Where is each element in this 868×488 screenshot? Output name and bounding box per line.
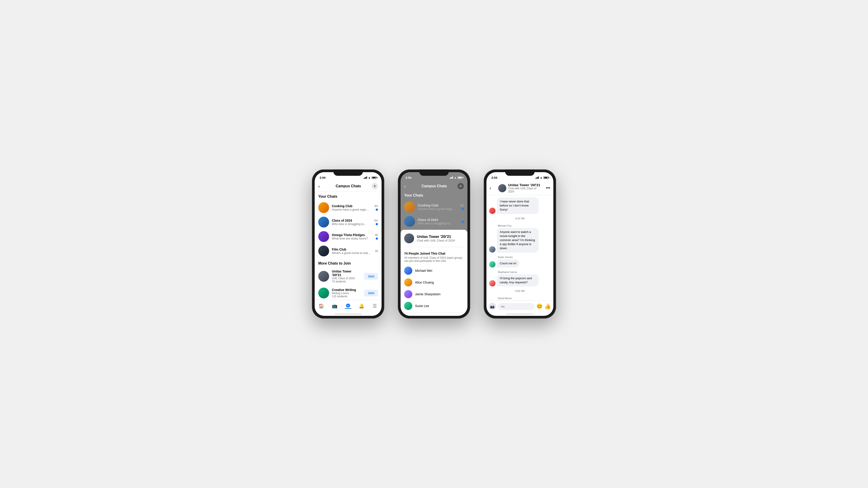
phone-3-screen: 2:04 ▲ ‹ Unitas Tower '20/'21 Chat — [487, 172, 553, 316]
avatar-susie — [404, 302, 412, 310]
msg-bubble-mchu: Anyone want to watch a movie tonight in … — [497, 228, 539, 253]
blurred-chat-class2024: Class of 2024 Who also is struggling to.… — [401, 214, 467, 229]
wifi-icon-2: ▲ — [454, 176, 457, 179]
status-time-2: 2:04 — [405, 176, 411, 180]
join-item-creative[interactable]: Creative Writing Writing Lovers 115 stud… — [315, 285, 381, 300]
chat-name-cooking-2: Cooking Club — [418, 203, 457, 207]
chat-item-class2024[interactable]: Class of 2024 Who else is struggling to.… — [315, 215, 381, 229]
avatar-alice — [404, 278, 412, 287]
msg-row-1: I have never done that before so I don't… — [489, 197, 551, 214]
members-count: 74 People Joined This Chat — [404, 250, 464, 256]
avatar-film — [318, 246, 329, 256]
status-icons-3: ▲ — [535, 176, 548, 179]
chat-info-film: Film Club What's a good movie to wat... — [332, 248, 372, 255]
more-options-button[interactable]: ••• — [544, 186, 550, 191]
join-btn-creative[interactable]: Join — [364, 290, 378, 296]
chat-meta-cooking-2: 3m — [460, 204, 464, 210]
phone-1-screen: 2:04 ▲ ‹ Campus Chats + — [315, 172, 381, 316]
back-button-2[interactable]: ‹ — [404, 184, 411, 189]
chat-preview-cooking-2: Anyone have a good vege... — [418, 207, 457, 210]
avatar-class2024 — [318, 217, 329, 228]
time-divider-1: 8:15 PM — [489, 215, 551, 222]
time-divider-2: 6:05 PM — [489, 288, 551, 294]
nav-messenger[interactable] — [344, 302, 352, 310]
msg-avatar-dylan — [489, 261, 495, 267]
notch-1 — [333, 169, 363, 176]
more-chats-header: More Chats to Join — [315, 258, 381, 267]
status-icons-2: ▲ — [450, 176, 463, 179]
unread-dot-class2024 — [376, 223, 378, 225]
phone-1: 2:04 ▲ ‹ Campus Chats + — [312, 169, 384, 319]
chat-preview-cooking: Anyone have a good vege... — [332, 208, 371, 211]
avatar-class2024-2 — [404, 216, 415, 227]
avatar-unitas — [318, 271, 329, 282]
member-name-susie: Susie Lee — [415, 304, 429, 308]
nav-bar-2: ‹ Campus Chats + — [401, 181, 467, 191]
chat-header-info: Unitas Tower '20/'21 Chat with UofL Clas… — [508, 183, 541, 193]
your-chats-header-2: Your Chats — [401, 191, 467, 200]
chat-name-omega: Omega Theta Pledges — [332, 233, 372, 237]
nav-bar-1: ‹ Campus Chats + — [315, 181, 381, 191]
signal-icon-1 — [364, 176, 367, 179]
status-time-1: 2:04 — [320, 176, 326, 180]
chat-meta-class2024-2 — [462, 220, 464, 223]
nav-notifications[interactable]: 🔔 — [357, 302, 366, 310]
add-button-1[interactable]: + — [372, 183, 378, 189]
chat-meta-omega: 4h — [375, 233, 378, 240]
message-input[interactable]: Aa — [498, 303, 535, 310]
bell-icon: 🔔 — [404, 315, 411, 316]
nav-watch[interactable]: 📺 — [330, 302, 339, 310]
add-button-2[interactable]: + — [458, 183, 464, 189]
msg-sender-mchu: Michael Chu — [498, 224, 551, 227]
chat-name-class2024: Class of 2024 — [332, 219, 371, 222]
chat-meta-cooking: 3m — [374, 204, 378, 211]
join-name-creative: Creative Writing — [332, 288, 362, 292]
phone-2-screen: 2:04 ▲ ‹ Campus Chats — [401, 172, 467, 316]
join-item-unitas[interactable]: Unitas Tower '20/'21 UofL Class of 2024 … — [315, 267, 381, 285]
push-notif-title: Push Notifications — [414, 315, 441, 316]
member-susie: Susie Lee — [404, 300, 464, 312]
chat-name-cooking: Cooking Club — [332, 204, 371, 208]
back-button-1[interactable]: ‹ — [318, 184, 325, 189]
member-name-michael: Michael Wei — [415, 269, 432, 272]
push-notif-left: 🔔 Push Notifications On — [404, 315, 441, 316]
member-michael: Michael Wei — [404, 265, 464, 276]
nav-menu[interactable]: ☰ — [370, 302, 379, 310]
bottom-nav-1: 🏠 📺 🔔 ☰ — [315, 300, 381, 313]
emoji-button[interactable]: 😊 — [536, 303, 542, 309]
chat-preview-class2024: Who else is struggling to... — [332, 222, 371, 226]
chat-item-film[interactable]: Film Club What's a good movie to wat... … — [315, 244, 381, 258]
join-sub-unitas: UofL Class of 2024 — [332, 277, 362, 280]
join-info-unitas: Unitas Tower '20/'21 UofL Class of 2024 … — [332, 269, 362, 283]
chat-info-omega: Omega Theta Pledges What time are study … — [332, 233, 372, 240]
chat-header-3: ‹ Unitas Tower '20/'21 Chat with UofL Cl… — [487, 181, 553, 195]
phone-2: 2:04 ▲ ‹ Campus Chats — [398, 169, 470, 319]
member-alice: Alice Chuang — [404, 276, 464, 288]
modal-chat-sub: Chat with UofL Class of 2024 — [417, 239, 455, 242]
status-icons-1: ▲ — [364, 176, 377, 179]
member-name-alice: Alice Chuang — [415, 281, 434, 284]
scroll-content-1: Your Chats Cooking Club Anyone have a go… — [315, 191, 381, 300]
join-btn-unitas[interactable]: Join — [364, 273, 378, 280]
battery-icon-1 — [372, 176, 377, 179]
join-students-unitas: 74 students — [332, 280, 362, 283]
modal-chat-title: Unitas Tower '20/'21 — [417, 235, 455, 239]
chat-back-button[interactable]: ‹ — [490, 186, 496, 191]
dark-top-section: 2:04 ▲ ‹ Campus Chats — [401, 172, 467, 229]
avatar-cooking-2 — [404, 201, 415, 213]
camera-button[interactable]: 📷 — [489, 303, 496, 310]
msg-sender-dylan: Dylan Jensen — [498, 256, 551, 258]
avatar-jamie — [404, 290, 412, 298]
chat-header-avatar — [498, 184, 506, 192]
add-icon-1: + — [374, 184, 376, 189]
nav-home[interactable]: 🏠 — [317, 302, 326, 310]
chat-item-cooking[interactable]: Cooking Club Anyone have a good vege... … — [315, 200, 381, 215]
notch-3 — [505, 169, 535, 176]
signal-icon-3 — [535, 176, 539, 179]
blurred-chat-cooking: Cooking Club Anyone have a good vege... … — [401, 200, 467, 214]
like-button[interactable]: 👍 — [544, 303, 551, 310]
chat-preview-omega: What time are study hours? — [332, 237, 372, 240]
msg-avatar-mchu — [489, 246, 495, 253]
chat-time-omega: 4h — [375, 233, 378, 236]
chat-item-omega[interactable]: Omega Theta Pledges What time are study … — [315, 229, 381, 244]
